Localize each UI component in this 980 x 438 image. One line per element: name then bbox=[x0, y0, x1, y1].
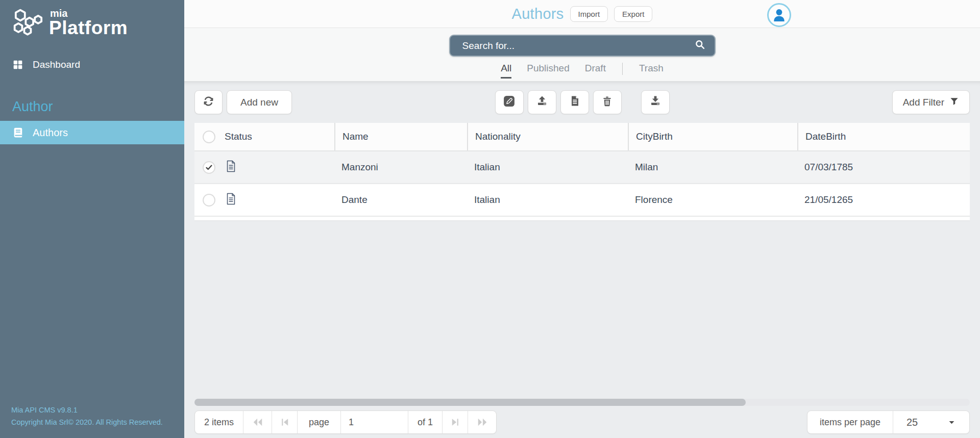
page-total-label: of 1 bbox=[408, 411, 442, 433]
chevron-down-icon bbox=[947, 418, 956, 427]
user-avatar-icon[interactable] bbox=[767, 3, 791, 27]
refresh-icon bbox=[203, 95, 214, 110]
upload-button[interactable] bbox=[528, 90, 556, 114]
skip-to-last-icon bbox=[450, 417, 460, 427]
add-filter-button[interactable]: Add Filter bbox=[892, 90, 970, 114]
refresh-button[interactable] bbox=[194, 90, 223, 114]
download-button[interactable] bbox=[641, 90, 670, 114]
download-icon bbox=[649, 95, 662, 110]
page-number-field bbox=[340, 411, 408, 433]
skip-to-first-icon bbox=[280, 417, 290, 427]
horizontal-scrollbar-track[interactable] bbox=[194, 399, 970, 406]
items-count: 2 items bbox=[195, 411, 243, 433]
cell-citybirth: Florence bbox=[628, 184, 797, 216]
column-header-datebirth: DateBirth bbox=[797, 123, 970, 150]
copyright: Copyright Mia Srl© 2020. All Rights Rese… bbox=[11, 417, 175, 429]
items-per-page-label: items per page bbox=[807, 411, 893, 433]
cell-datebirth: 21/05/1265 bbox=[797, 184, 970, 216]
sidebar-item-label: Dashboard bbox=[33, 59, 80, 70]
column-header-status: Status bbox=[225, 131, 252, 142]
search-zone: All Published Draft Trash bbox=[184, 28, 980, 81]
topbar: Authors Import Export bbox=[184, 0, 980, 28]
logo-mia-text: mia bbox=[50, 8, 128, 18]
book-icon bbox=[12, 127, 23, 138]
sidebar-footer: Mia API CMS v9.8.1 Copyright Mia Srl© 20… bbox=[0, 404, 184, 438]
import-button[interactable]: Import bbox=[570, 6, 608, 22]
cell-nationality: Italian bbox=[467, 184, 628, 216]
tab-divider bbox=[622, 63, 623, 75]
search-icon[interactable] bbox=[695, 39, 705, 52]
toolbar-actions bbox=[495, 90, 670, 114]
table-header-row: Status Name Nationality CityBirth DateBi… bbox=[194, 123, 970, 151]
export-button[interactable]: Export bbox=[614, 6, 652, 22]
cell-datebirth: 07/03/1785 bbox=[797, 151, 970, 183]
upload-icon bbox=[536, 95, 548, 110]
page-label: page bbox=[297, 411, 340, 433]
main-area: Authors Import Export All Published Draf… bbox=[184, 0, 980, 438]
cell-nationality: Italian bbox=[467, 151, 628, 183]
filter-icon bbox=[949, 96, 959, 109]
dashboard-grid-icon bbox=[12, 59, 23, 70]
edit-icon bbox=[503, 95, 516, 110]
searchbar bbox=[449, 35, 716, 57]
copy-icon bbox=[569, 95, 581, 110]
sidebar-section-author: Author bbox=[0, 99, 184, 115]
check-icon bbox=[205, 163, 213, 172]
logo-platform-text: Platform bbox=[49, 18, 128, 38]
tab-trash[interactable]: Trash bbox=[639, 63, 664, 79]
sidebar-item-authors[interactable]: Authors bbox=[0, 121, 184, 144]
pagination: 2 items page of 1 bbox=[194, 410, 497, 434]
column-header-citybirth: CityBirth bbox=[628, 123, 797, 150]
double-chevron-right-icon bbox=[477, 417, 488, 428]
authors-table: Status Name Nationality CityBirth DateBi… bbox=[194, 123, 970, 221]
items-per-page-control: items per page 25 bbox=[807, 410, 970, 434]
add-filter-label: Add Filter bbox=[903, 97, 944, 108]
cell-name: Dante bbox=[334, 184, 467, 216]
tab-published[interactable]: Published bbox=[527, 63, 569, 79]
document-icon bbox=[226, 160, 236, 175]
row-checkbox-unchecked[interactable] bbox=[203, 194, 215, 207]
row-checkbox-checked[interactable] bbox=[203, 161, 215, 174]
tab-draft[interactable]: Draft bbox=[585, 63, 606, 79]
add-new-button[interactable]: Add new bbox=[227, 90, 292, 114]
sidebar-item-dashboard[interactable]: Dashboard bbox=[0, 53, 184, 76]
sidebar: mia Platform Dashboard Author Authors bbox=[0, 0, 184, 438]
table-end-strip bbox=[194, 217, 970, 221]
items-per-page-select[interactable]: 25 bbox=[893, 411, 969, 433]
fast-previous-page-button[interactable] bbox=[243, 411, 272, 433]
mia-platform-logo: mia Platform bbox=[0, 0, 184, 38]
column-header-nationality: Nationality bbox=[467, 123, 628, 150]
fast-next-page-button[interactable] bbox=[468, 411, 496, 433]
double-chevron-left-icon bbox=[252, 417, 263, 428]
last-page-button[interactable] bbox=[442, 411, 468, 433]
content-area: Add new bbox=[184, 81, 980, 438]
copy-button[interactable] bbox=[560, 90, 589, 114]
sidebar-item-label: Authors bbox=[33, 127, 68, 139]
cell-citybirth: Milan bbox=[628, 151, 797, 183]
items-per-page-value: 25 bbox=[906, 417, 918, 428]
trash-icon bbox=[601, 95, 613, 110]
footer-bar: 2 items page of 1 bbox=[194, 410, 970, 434]
column-header-name: Name bbox=[334, 123, 467, 150]
tab-all[interactable]: All bbox=[501, 63, 511, 79]
app-version: Mia API CMS v9.8.1 bbox=[11, 404, 175, 417]
table-row[interactable]: Manzoni Italian Milan 07/03/1785 bbox=[194, 151, 970, 184]
horizontal-scrollbar-thumb[interactable] bbox=[194, 399, 746, 406]
edit-button[interactable] bbox=[495, 90, 524, 114]
delete-button[interactable] bbox=[593, 90, 622, 114]
cell-name: Manzoni bbox=[334, 151, 467, 183]
hexagon-logo bbox=[10, 8, 44, 38]
table-row[interactable]: Dante Italian Florence 21/05/1265 bbox=[194, 184, 970, 217]
document-icon bbox=[226, 192, 236, 208]
status-tabs: All Published Draft Trash bbox=[184, 63, 980, 79]
select-all-checkbox[interactable] bbox=[203, 131, 215, 143]
page-title: Authors bbox=[512, 6, 564, 22]
search-input[interactable] bbox=[462, 40, 695, 51]
toolbar: Add new bbox=[194, 90, 970, 114]
page-number-input[interactable] bbox=[341, 411, 408, 433]
first-page-button[interactable] bbox=[272, 411, 297, 433]
